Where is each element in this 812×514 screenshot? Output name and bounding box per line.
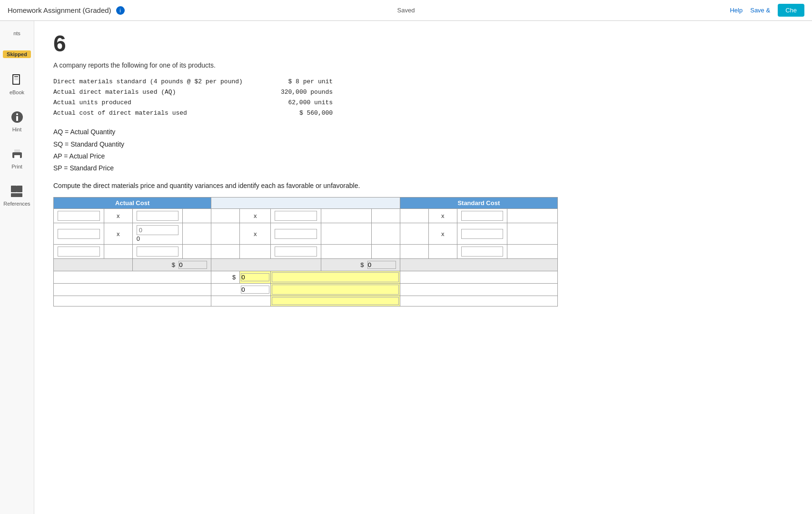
ac-input3[interactable] — [58, 229, 100, 239]
data-val-3: 62,000 units — [281, 98, 333, 108]
ebook-icon — [10, 72, 25, 88]
sc-field3[interactable] — [457, 245, 507, 259]
svg-rect-7 — [16, 116, 18, 121]
check-button[interactable]: Che — [778, 4, 804, 17]
ac-field5[interactable] — [54, 245, 104, 259]
save-status: Saved — [397, 7, 415, 14]
total-input-1[interactable] — [178, 261, 207, 269]
data-row-3: Actual units produced — [53, 98, 243, 108]
def-ap: AP = Actual Price — [53, 150, 793, 162]
svg-rect-11 — [14, 155, 20, 159]
dollar-sign-3: $ — [232, 274, 236, 281]
ac-field1[interactable] — [54, 209, 104, 223]
variance-input-2[interactable] — [241, 286, 269, 294]
ac-input1[interactable] — [58, 211, 100, 221]
x-label-5: x — [240, 223, 271, 245]
ac-field2[interactable] — [132, 209, 183, 223]
compute-instruction: Compute the direct materials price and q… — [53, 182, 793, 189]
variance-input-label3[interactable] — [272, 297, 398, 305]
ac-input5[interactable] — [58, 247, 100, 257]
sc-field2[interactable] — [457, 223, 507, 245]
ac-input2[interactable] — [137, 211, 179, 221]
table-header-row: Actual Cost Standard Cost — [54, 198, 558, 209]
variance-row-3 — [54, 296, 558, 306]
data-block: Direct materials standard (4 pounds @ $2… — [53, 77, 793, 119]
x-label-4: x — [104, 223, 132, 245]
info-icon[interactable]: i — [116, 6, 125, 15]
data-row-4: Actual cost of direct materials used — [53, 108, 243, 119]
mid-field2[interactable] — [271, 223, 321, 245]
print-icon — [10, 147, 25, 162]
data-val-4: $ 560,000 — [281, 108, 333, 119]
data-right-col: $ 8 per unit 320,000 pounds 62,000 units… — [281, 77, 333, 119]
actual-cost-header: Actual Cost — [54, 198, 211, 209]
totals-row: $ $ — [54, 259, 558, 271]
sidebar-item-nts: nts — [13, 30, 20, 36]
main-layout: nts Skipped eBook Hint Print — [0, 21, 812, 514]
top-bar: Homework Assignment (Graded) i Saved Hel… — [0, 0, 812, 21]
svg-rect-2 — [14, 76, 18, 77]
x-label-6: x — [428, 223, 457, 245]
variance-row-1: $ — [54, 271, 558, 284]
table-row-1: x x x — [54, 209, 558, 223]
ac-field4[interactable]: 0 — [132, 223, 183, 245]
mid-input2[interactable] — [275, 229, 317, 239]
sidebar-label-print: Print — [11, 164, 22, 169]
sidebar-item-hint[interactable]: Hint — [10, 109, 25, 132]
hint-icon — [10, 109, 25, 125]
save-link[interactable]: Save & — [750, 7, 770, 14]
sidebar-label-references: References — [3, 201, 30, 207]
sc-input3[interactable] — [461, 247, 504, 257]
definitions-block: AQ = Actual Quantity SQ = Standard Quant… — [53, 126, 793, 174]
problem-intro: A company reports the following for one … — [53, 61, 793, 69]
references-icon — [9, 184, 24, 199]
question-number: 6 — [53, 30, 793, 57]
svg-rect-14 — [11, 193, 22, 197]
mid-input1[interactable] — [275, 211, 317, 221]
top-bar-title-area: Homework Assignment (Graded) i — [8, 6, 125, 15]
data-row-1: Direct materials standard (4 pounds @ $2… — [53, 77, 243, 87]
standard-cost-header: Standard Cost — [400, 198, 557, 209]
svg-rect-10 — [14, 149, 20, 152]
svg-rect-4 — [14, 79, 18, 80]
sidebar-item-print[interactable]: Print — [10, 147, 25, 169]
sidebar-item-references[interactable]: References — [3, 184, 30, 207]
top-bar-actions: Help Save & Che — [730, 4, 804, 17]
def-sq: SQ = Standard Quantity — [53, 138, 793, 150]
ac-field3[interactable] — [54, 223, 104, 245]
ac-field6[interactable] — [132, 245, 183, 259]
mid-input3[interactable] — [275, 247, 317, 257]
mid-field3[interactable] — [271, 245, 321, 259]
svg-rect-3 — [14, 78, 18, 79]
table-row-3 — [54, 245, 558, 259]
sc-input2[interactable] — [461, 229, 504, 239]
ac-input6[interactable] — [137, 247, 179, 257]
data-val-1: $ 8 per unit — [281, 77, 333, 87]
sidebar-label-hint: Hint — [12, 127, 22, 132]
svg-rect-13 — [17, 186, 22, 192]
variance-input-label1[interactable] — [272, 272, 398, 282]
sc-field1[interactable] — [457, 209, 507, 223]
data-row-2: Actual direct materials used (AQ) — [53, 87, 243, 98]
variance-input-label2[interactable] — [272, 285, 398, 295]
def-sp: SP = Standard Price — [53, 162, 793, 174]
variance-input-1[interactable] — [241, 273, 269, 281]
mid-field1[interactable] — [271, 209, 321, 223]
data-left-col: Direct materials standard (4 pounds @ $2… — [53, 77, 243, 119]
sidebar-item-ebook[interactable]: eBook — [10, 72, 25, 95]
help-link[interactable]: Help — [730, 7, 743, 14]
sidebar-label-ebook: eBook — [10, 89, 24, 95]
x-label-2: x — [240, 209, 271, 223]
page-title: Homework Assignment (Graded) — [8, 6, 111, 14]
x-label-1: x — [104, 209, 132, 223]
content-area: 6 A company reports the following for on… — [34, 21, 812, 514]
sidebar: nts Skipped eBook Hint Print — [0, 21, 34, 514]
variance-table: Actual Cost Standard Cost x x x — [53, 197, 558, 306]
sidebar-item-skipped: Skipped — [3, 50, 31, 58]
data-val-2: 320,000 pounds — [281, 87, 333, 98]
sidebar-label-nts: nts — [13, 30, 20, 36]
variance-row-2 — [54, 284, 558, 296]
sc-input1[interactable] — [461, 211, 504, 221]
ac-input4[interactable] — [137, 225, 179, 235]
total-input-2[interactable] — [367, 261, 396, 269]
